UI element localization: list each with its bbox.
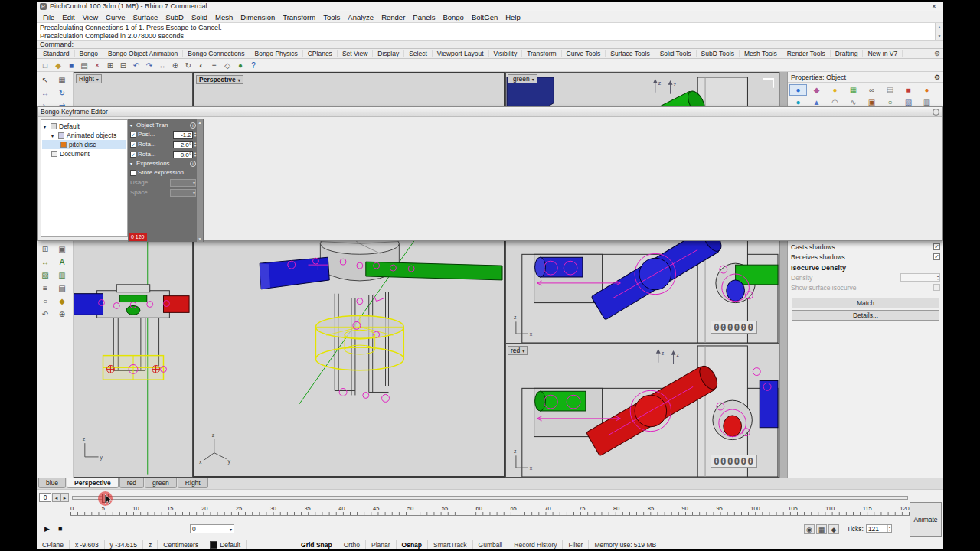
keyframe-editor-scrollbar[interactable] bbox=[197, 119, 203, 242]
keyframe-editor-menu-icon[interactable] bbox=[933, 109, 939, 116]
layers-panel-icon[interactable]: ≡ bbox=[208, 60, 220, 71]
info-icon[interactable] bbox=[190, 122, 196, 129]
store-expression-checkbox[interactable] bbox=[130, 170, 136, 176]
stop-button[interactable] bbox=[58, 525, 62, 533]
toolbar-tab[interactable]: Bongo Connections bbox=[183, 50, 250, 57]
toolbar-tab[interactable]: Display bbox=[373, 50, 404, 57]
menu-item[interactable]: Panels bbox=[409, 13, 439, 21]
menu-item[interactable]: Mesh bbox=[211, 13, 237, 21]
layer-icon[interactable]: ≡ bbox=[37, 282, 54, 295]
status-pane[interactable]: Centimeters bbox=[158, 540, 204, 549]
viewport-tab[interactable]: green bbox=[145, 478, 177, 488]
animate-button[interactable]: Animate bbox=[910, 502, 942, 537]
popup-menu-icon[interactable]: ▦ bbox=[54, 73, 70, 86]
help-icon[interactable]: ? bbox=[247, 60, 260, 71]
object-tab-icon[interactable]: ● bbox=[789, 84, 807, 96]
menu-item[interactable]: Tools bbox=[319, 13, 344, 21]
tree-item-pitch-disc[interactable]: pitch disc bbox=[42, 140, 126, 149]
scroll-up-icon[interactable] bbox=[938, 23, 942, 31]
array-icon[interactable]: ⊞ bbox=[37, 243, 54, 256]
viewport-label-right[interactable]: Right bbox=[76, 74, 102, 83]
channel-checkbox[interactable] bbox=[130, 142, 136, 148]
rotate-icon[interactable]: ↻ bbox=[54, 86, 70, 99]
zoom-extents-icon[interactable]: ⊕ bbox=[169, 60, 181, 71]
view-settings-icon[interactable] bbox=[816, 524, 827, 534]
viewport-tab[interactable]: Perspective bbox=[67, 478, 119, 488]
command-history-scrollbar[interactable] bbox=[935, 23, 943, 40]
frame-forward-button[interactable] bbox=[60, 493, 69, 502]
expander-icon[interactable] bbox=[51, 133, 56, 139]
current-frame-box[interactable]: 0 bbox=[39, 493, 51, 502]
menu-item[interactable]: Render bbox=[377, 13, 409, 21]
text-icon[interactable]: A bbox=[54, 256, 70, 269]
pan-icon[interactable]: ↔ bbox=[156, 60, 168, 71]
channel-value-input[interactable]: 2.0° bbox=[173, 141, 193, 148]
timeline-slider-track[interactable] bbox=[72, 496, 908, 500]
shade-icon[interactable]: ◐ bbox=[195, 60, 207, 71]
menu-item[interactable]: Surface bbox=[129, 13, 162, 21]
bongo-tab-icon[interactable]: ● bbox=[918, 84, 936, 96]
toolbar-tab[interactable]: CPlanes bbox=[303, 50, 338, 57]
status-toggle[interactable]: Filter bbox=[563, 540, 589, 549]
gumball-icon[interactable]: ● bbox=[234, 60, 247, 71]
toolbar-tab[interactable]: Transform bbox=[522, 50, 561, 57]
menu-item[interactable]: Dimension bbox=[237, 13, 279, 21]
undo-view-icon[interactable]: ↶ bbox=[37, 308, 54, 321]
notes-tab-icon[interactable]: ▤ bbox=[881, 84, 899, 96]
open-file-icon[interactable]: ◆ bbox=[52, 60, 64, 71]
collapse-icon[interactable] bbox=[130, 122, 135, 128]
status-pane[interactable]: CPlane bbox=[37, 540, 70, 549]
print-icon[interactable]: ▤ bbox=[78, 60, 90, 71]
object-snap-icon[interactable]: ◇ bbox=[221, 60, 234, 71]
collapse-icon[interactable] bbox=[130, 161, 135, 166]
status-toggle[interactable]: Osnap bbox=[397, 540, 428, 549]
timeline-ruler[interactable]: 0510152025303540455055606570758085909510… bbox=[70, 505, 910, 517]
toolbar-tab[interactable]: Drafting bbox=[831, 50, 864, 57]
channel-checkbox[interactable] bbox=[130, 132, 136, 138]
casts-shadows-checkbox[interactable] bbox=[933, 243, 940, 250]
properties-icon[interactable]: ▤ bbox=[54, 282, 70, 295]
viewport-label-green[interactable]: green bbox=[508, 74, 537, 83]
menu-item[interactable]: Edit bbox=[58, 13, 78, 21]
channel-value-input[interactable]: 0.0° bbox=[173, 151, 193, 158]
menu-item[interactable]: Curve bbox=[102, 13, 129, 21]
viewport-red[interactable]: z z z x red 000000 bbox=[505, 344, 779, 478]
status-pane[interactable]: y -34.615 bbox=[105, 540, 143, 549]
status-toggle[interactable]: SmartTrack bbox=[428, 540, 473, 549]
frame-back-button[interactable] bbox=[52, 493, 60, 502]
status-pane[interactable]: Default bbox=[204, 540, 247, 549]
undo-icon[interactable]: ↶ bbox=[130, 60, 142, 71]
paste-icon[interactable]: ⊟ bbox=[117, 60, 129, 71]
frame-combo[interactable]: 0 bbox=[190, 524, 234, 533]
channel-value-input[interactable]: -1.2 bbox=[173, 131, 193, 139]
toolbar-tab[interactable]: Curve Tools bbox=[562, 50, 606, 57]
toolbar-tab[interactable]: Mesh Tools bbox=[740, 50, 782, 57]
play-button[interactable] bbox=[44, 525, 50, 533]
lock-icon[interactable]: ◆ bbox=[54, 295, 70, 308]
menu-item[interactable]: File bbox=[39, 13, 58, 21]
viewport-label-red[interactable]: red bbox=[508, 346, 528, 355]
menu-item[interactable]: Bongo bbox=[439, 13, 467, 21]
toolbar-tab[interactable]: Standard bbox=[38, 50, 75, 57]
toolbar-tab[interactable]: Bongo bbox=[75, 50, 104, 57]
toolbar-tab[interactable]: SubD Tools bbox=[697, 50, 740, 57]
info-icon[interactable] bbox=[190, 161, 196, 167]
hide-icon[interactable]: ○ bbox=[37, 295, 54, 308]
menu-item[interactable]: Solid bbox=[188, 13, 211, 21]
cut-icon[interactable]: × bbox=[91, 60, 103, 71]
gear-icon[interactable] bbox=[934, 50, 940, 57]
toolbar-tab[interactable]: Select bbox=[404, 50, 433, 57]
status-toggle[interactable]: Grid Snap bbox=[296, 540, 338, 549]
channel-checkbox[interactable] bbox=[130, 152, 136, 158]
select-pointer-icon[interactable]: ↖ bbox=[37, 73, 54, 86]
selected-object-right-view[interactable] bbox=[103, 356, 164, 380]
toolbar-tab[interactable]: Bongo Object Animation bbox=[103, 50, 183, 57]
close-icon[interactable] bbox=[928, 2, 940, 11]
menu-item[interactable]: View bbox=[79, 13, 102, 21]
texture-mapping-tab-icon[interactable]: ▦ bbox=[844, 84, 862, 96]
hyperlink-tab-icon[interactable]: ∞ bbox=[863, 84, 880, 96]
receives-shadows-checkbox[interactable] bbox=[933, 253, 940, 260]
redo-icon[interactable]: ↷ bbox=[143, 60, 155, 71]
save-icon[interactable]: ■ bbox=[65, 60, 77, 71]
move-icon[interactable]: ↔ bbox=[37, 86, 54, 99]
